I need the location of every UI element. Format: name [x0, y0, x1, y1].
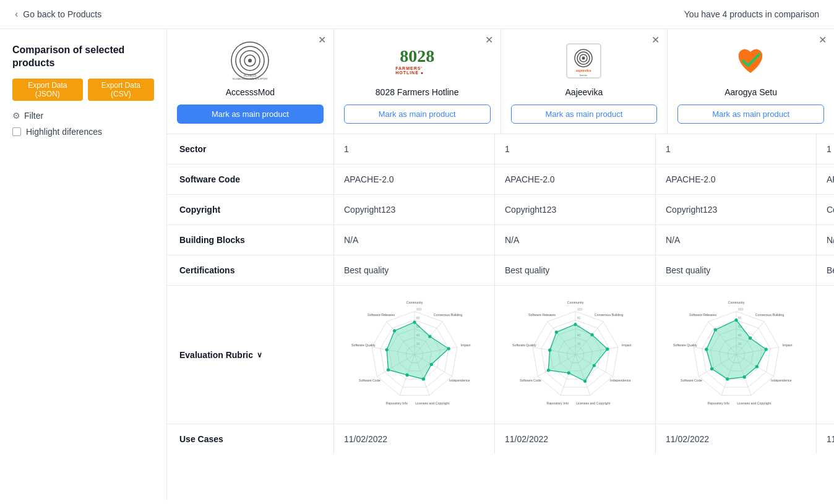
- svg-point-42: [392, 329, 395, 332]
- svg-text:Community: Community: [567, 301, 583, 304]
- aarogya-logo: [729, 39, 773, 82]
- label-evaluation: Evaluation Rubric ∨: [167, 286, 334, 424]
- svg-point-116: [710, 367, 713, 370]
- svg-point-80: [554, 330, 557, 333]
- highlight-row[interactable]: Highlight diferences: [12, 127, 154, 137]
- svg-text:Repository Info: Repository Info: [385, 401, 407, 405]
- svg-text:Software Quality: Software Quality: [351, 343, 376, 347]
- label-copyright: Copyright: [167, 195, 334, 224]
- value-sector-2: 1: [656, 134, 817, 164]
- filter-icon: ⚙: [12, 111, 20, 121]
- value-cert-2: Best quality: [656, 255, 817, 285]
- content-area: ✕ ACCESS TELEMEDICINE CARE & SUPPORT Acc…: [167, 29, 834, 500]
- mark-main-aarogya-button[interactable]: Mark as main product: [677, 105, 824, 124]
- svg-text:Licenses and Copyright: Licenses and Copyright: [737, 401, 771, 405]
- svg-point-73: [590, 333, 593, 336]
- value-sector-0: 1: [334, 134, 495, 164]
- value-sw-0: APACHE-2.0: [334, 164, 495, 194]
- export-csv-button[interactable]: Export Data (CSV): [88, 79, 154, 101]
- svg-point-112: [764, 348, 767, 351]
- aarogya-logo-svg: [731, 41, 771, 81]
- product-card-accesssmod: ✕ ACCESS TELEMEDICINE CARE & SUPPORT Acc…: [167, 29, 334, 134]
- svg-point-34: [413, 320, 416, 323]
- svg-point-41: [385, 348, 388, 351]
- svg-text:Independence: Independence: [610, 378, 630, 382]
- svg-text:Software Code: Software Code: [358, 378, 380, 382]
- mark-main-aajeevika-button[interactable]: Mark as main product: [511, 105, 658, 124]
- 8028-logo: 8028 FARMERS' HOTLINE ●: [395, 39, 439, 82]
- table-row-sector: Sector 1 1 1 1: [167, 134, 834, 164]
- product-card-aarogya: ✕ Aarogya Setu Mark as main product: [668, 29, 834, 134]
- comparison-table: Sector 1 1 1 1 Software Code APACHE-2.0 …: [167, 134, 834, 454]
- value-sector-3: 1: [817, 134, 834, 164]
- svg-point-11: [582, 56, 585, 59]
- svg-text:Repository Info: Repository Info: [707, 401, 729, 405]
- close-aarogya-button[interactable]: ✕: [819, 35, 827, 45]
- accesssmod-logo-svg: ACCESS TELEMEDICINE CARE & SUPPORT: [230, 41, 270, 81]
- svg-point-38: [421, 377, 424, 380]
- value-uc-3: 11/02/2022: [817, 424, 834, 454]
- svg-text:Impact: Impact: [621, 343, 631, 347]
- svg-rect-7: [567, 44, 601, 78]
- value-sw-2: APACHE-2.0: [656, 164, 817, 194]
- svg-point-35: [428, 335, 431, 338]
- svg-text:Repository Info: Repository Info: [546, 401, 568, 405]
- svg-text:Software Releases: Software Releases: [689, 313, 716, 317]
- svg-point-4: [248, 59, 252, 62]
- value-eval-3: 20406080100CommunityConsensus BuildingIm…: [817, 286, 834, 424]
- radar-svg-0: 20406080100CommunityConsensus BuildingIm…: [353, 301, 476, 409]
- value-cert-1: Best quality: [495, 255, 656, 285]
- svg-text:Impact: Impact: [460, 343, 470, 347]
- aajeevika-name: Aajeevika: [565, 87, 603, 97]
- close-8028-button[interactable]: ✕: [485, 35, 493, 45]
- value-cert-0: Best quality: [334, 255, 495, 285]
- mark-main-8028-button[interactable]: Mark as main product: [344, 105, 491, 124]
- svg-text:aajeevika: aajeevika: [576, 69, 591, 72]
- svg-point-111: [748, 336, 751, 340]
- evaluation-label-text: Evaluation Rubric: [179, 350, 253, 360]
- svg-text:100: 100: [416, 307, 421, 311]
- svg-text:Software Quality: Software Quality: [673, 343, 697, 347]
- value-bb-2: N/A: [656, 225, 817, 255]
- comparison-count: You have 4 products in comparison: [684, 9, 819, 19]
- product-card-8028: ✕ 8028 FARMERS' HOTLINE ● 8028 Farmers H…: [334, 29, 501, 134]
- close-aajeevika-button[interactable]: ✕: [651, 35, 660, 45]
- label-building-blocks: Building Blocks: [167, 225, 334, 255]
- accesssmod-logo: ACCESS TELEMEDICINE CARE & SUPPORT: [228, 39, 272, 82]
- back-label: Go back to Products: [23, 9, 101, 19]
- value-eval-0: 20406080100CommunityConsensus BuildingIm…: [334, 286, 495, 424]
- value-copy-2: Copyright123: [656, 195, 817, 224]
- aajeevika-logo-svg: aajeevika bureau: [564, 41, 604, 81]
- table-row-evaluation: Evaluation Rubric ∨ 20406080100Community…: [167, 286, 834, 424]
- mark-main-accesssmod-button[interactable]: Mark as main product: [177, 105, 324, 124]
- label-sector: Sector: [167, 134, 334, 164]
- svg-point-79: [548, 349, 551, 352]
- svg-text:Software Code: Software Code: [680, 378, 702, 382]
- svg-point-110: [734, 318, 737, 322]
- value-uc-1: 11/02/2022: [495, 424, 656, 454]
- svg-text:Independence: Independence: [449, 378, 470, 382]
- page-header: ‹ Go back to Products You have 4 product…: [0, 0, 834, 29]
- label-certifications: Certifications: [167, 255, 334, 285]
- export-json-button[interactable]: Export Data (JSON): [12, 79, 83, 101]
- svg-text:Consensus Building: Consensus Building: [594, 313, 622, 317]
- table-row-copyright: Copyright Copyright123 Copyright123 Copy…: [167, 195, 834, 225]
- radar-svg-2: 20406080100CommunityConsensus BuildingIm…: [674, 301, 798, 409]
- evaluation-chevron-icon: ∨: [257, 351, 262, 359]
- value-sw-3: APACHE-2.0: [817, 164, 834, 194]
- svg-text:100: 100: [577, 307, 582, 311]
- svg-point-113: [755, 365, 758, 368]
- export-buttons: Export Data (JSON) Export Data (CSV): [12, 79, 154, 101]
- back-link[interactable]: ‹ Go back to Products: [15, 9, 101, 20]
- value-sector-1: 1: [495, 134, 656, 164]
- svg-text:Community: Community: [406, 301, 423, 304]
- highlight-label: Highlight diferences: [26, 127, 102, 137]
- value-cert-3: Best quality: [817, 255, 834, 285]
- svg-text:Independence: Independence: [771, 378, 791, 382]
- filter-row[interactable]: ⚙ Filter: [12, 111, 154, 121]
- 8028-logo-sub: FARMERS' HOTLINE ●: [395, 66, 439, 75]
- close-accesssmod-button[interactable]: ✕: [318, 35, 326, 45]
- highlight-checkbox[interactable]: [12, 127, 21, 136]
- svg-point-76: [583, 380, 586, 383]
- value-copy-3: Copyright123: [817, 195, 834, 224]
